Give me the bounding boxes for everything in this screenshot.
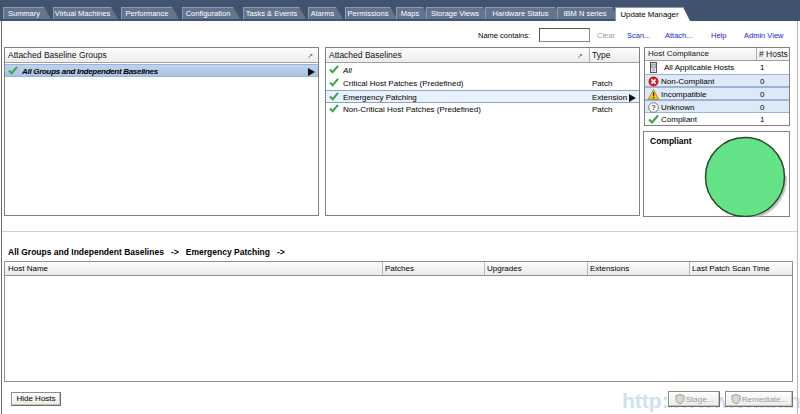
svg-text:?: ?: [651, 103, 656, 112]
